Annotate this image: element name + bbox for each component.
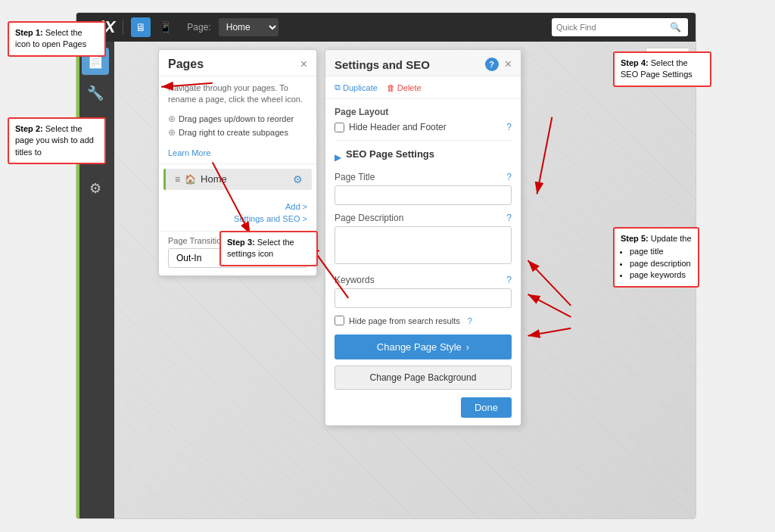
pages-panel-options: ⊕ Drag pages up/down to reorder ⊕ Drag r… [159, 109, 316, 145]
seo-collapse-arrow[interactable]: ▶ [335, 152, 341, 163]
step2-label: Step 2: [15, 124, 43, 133]
step5-item-keywords: page keywords [630, 269, 692, 281]
drag-reorder-icon: ⊕ [168, 114, 176, 124]
page-title-header: Page Title ? [335, 172, 512, 182]
page-description-label: Page Description [335, 213, 403, 223]
page-selector[interactable]: Home [219, 18, 279, 36]
keywords-help-icon[interactable]: ? [506, 275, 512, 285]
sidebar-item-add[interactable]: 🔧 [82, 79, 109, 107]
seo-panel-title: Settings and SEO [335, 58, 430, 71]
page-title-field: Page Title ? [335, 172, 512, 205]
change-page-style-button[interactable]: Change Page Style › [335, 334, 512, 359]
page-label: Page: [187, 22, 210, 33]
pages-list: ≡ 🏠 Home ⚙ [159, 164, 316, 194]
seo-panel-close-button[interactable]: × [505, 58, 512, 71]
annotation-step1: Step 1: Select the icon to open Pages [8, 21, 106, 57]
search-icon: 🔍 [670, 22, 681, 33]
pages-panel-description: Navigate through your pages. To rename a… [159, 76, 316, 109]
duplicate-label: Duplicate [343, 83, 378, 92]
pages-option-subpages: ⊕ Drag right to create subpages [168, 126, 307, 139]
step5-item-desc: page description [630, 258, 692, 269]
seo-panel-actions: ⧉ Duplicate 🗑 Delete [325, 76, 521, 99]
step5-label: Step 5: [621, 234, 649, 243]
drag-subpages-icon: ⊕ [168, 127, 176, 138]
duplicate-icon: ⧉ [335, 82, 341, 92]
pages-list-item-left: ≡ 🏠 Home [175, 173, 227, 185]
annotation-step3: Step 3: Select the settings icon [219, 231, 318, 266]
mobile-view-button[interactable]: 📱 [155, 17, 175, 37]
toolbar: WiX 🖥 📱 Page: Home 🔍 [76, 13, 696, 42]
seo-help-icon[interactable]: ? [485, 58, 499, 71]
delete-label: Delete [397, 83, 422, 92]
step1-label: Step 1: [15, 28, 43, 37]
settings-seo-link[interactable]: Settings and SEO > [168, 213, 307, 225]
hide-from-search-checkbox[interactable] [335, 316, 344, 325]
annotation-step4: Step 4: Select the SEO Page Settings [613, 51, 711, 87]
page-layout-section: Page Layout Hide Header and Footer ? [335, 107, 512, 141]
seo-panel-header: Settings and SEO ? × [325, 50, 521, 76]
sidebar-item-settings[interactable]: ⚙ [82, 175, 109, 202]
done-button[interactable]: Done [461, 397, 512, 418]
pages-option-reorder: ⊕ Drag pages up/down to reorder [168, 112, 307, 126]
home-page-icon: ≡ [175, 174, 180, 185]
toolbar-separator [123, 20, 123, 35]
page-description-field: Page Description ? [335, 213, 512, 267]
hide-from-search-row: Hide page from search results ? [335, 316, 512, 325]
main-card: WiX 🖥 📱 Page: Home 🔍 📄 🔧 ➕ ▦ ⚙ Anchor 1 [76, 12, 696, 519]
pages-list-item-home[interactable]: ≡ 🏠 Home ⚙ [163, 169, 312, 190]
step5-list: page title page description page keyword… [630, 246, 692, 281]
page-settings-gear-icon[interactable]: ⚙ [293, 173, 303, 185]
seo-panel-body: Page Layout Hide Header and Footer ? ▶ S… [325, 99, 521, 425]
page-title-help-icon[interactable]: ? [506, 172, 512, 182]
pages-panel-close-button[interactable]: × [300, 58, 307, 70]
page-title-label: Page Title [335, 172, 375, 182]
pages-panel-title: Pages [168, 58, 204, 71]
seo-section-title: SEO Page Settings [346, 148, 434, 160]
home-page-label: Home [201, 173, 227, 185]
canvas-area: Anchor 1 Pages × Navigate through your p… [114, 42, 696, 518]
keywords-label: Keywords [335, 275, 375, 285]
delete-icon: 🗑 [387, 83, 395, 92]
step5-item-title: page title [630, 246, 692, 257]
done-row: Done [335, 397, 512, 418]
change-style-arrow-icon: › [466, 341, 469, 353]
hide-header-footer-checkbox[interactable] [335, 123, 344, 132]
keywords-input[interactable] [335, 288, 512, 308]
page-description-input[interactable] [335, 226, 512, 264]
search-bar: 🔍 [552, 18, 688, 36]
toolbar-view-icons: 🖥 📱 [131, 17, 175, 37]
keywords-field: Keywords ? [335, 275, 512, 308]
pages-option-reorder-label: Drag pages up/down to reorder [179, 114, 294, 123]
pages-option-subpages-label: Drag right to create subpages [179, 128, 288, 137]
pages-panel-footer: Add > Settings and SEO > [159, 194, 316, 231]
duplicate-action[interactable]: ⧉ Duplicate [335, 82, 378, 92]
hide-from-search-label: Hide page from search results [349, 316, 460, 325]
sidebar: 📄 🔧 ➕ ▦ ⚙ [76, 42, 114, 518]
change-style-label: Change Page Style [377, 341, 462, 353]
hide-from-search-help-icon[interactable]: ? [468, 316, 472, 325]
step4-label: Step 4: [621, 58, 649, 67]
keywords-header: Keywords ? [335, 275, 512, 285]
delete-action[interactable]: 🗑 Delete [387, 82, 422, 92]
change-bg-label: Change Page Background [370, 372, 477, 383]
seo-page-settings-section: ▶ SEO Page Settings Page Title ? [335, 148, 512, 325]
hide-header-footer-row: Hide Header and Footer ? [335, 122, 512, 132]
desktop-view-button[interactable]: 🖥 [131, 17, 151, 37]
hide-header-footer-help-icon[interactable]: ? [506, 122, 512, 132]
seo-section-header: ▶ SEO Page Settings [335, 148, 512, 166]
learn-more-link[interactable]: Learn More [159, 145, 316, 163]
hide-header-footer-label: Hide Header and Footer [349, 122, 447, 132]
seo-panel: Settings and SEO ? × ⧉ Duplicate 🗑 Delet… [325, 49, 521, 426]
page-title-input[interactable] [335, 185, 512, 205]
add-page-link[interactable]: Add > [168, 201, 307, 213]
step3-label: Step 3: [227, 238, 255, 247]
annotation-step2: Step 2: Select the page you wish to add … [8, 117, 106, 164]
step5-text: Update the [651, 234, 692, 243]
change-page-background-button[interactable]: Change Page Background [335, 366, 512, 390]
search-input[interactable] [556, 23, 670, 32]
page-layout-label: Page Layout [335, 107, 512, 117]
page-description-header: Page Description ? [335, 213, 512, 223]
seo-header-icons: ? × [485, 58, 512, 71]
page-description-help-icon[interactable]: ? [506, 213, 512, 223]
main-area: 📄 🔧 ➕ ▦ ⚙ Anchor 1 Pages × Navigate thro… [76, 42, 696, 518]
